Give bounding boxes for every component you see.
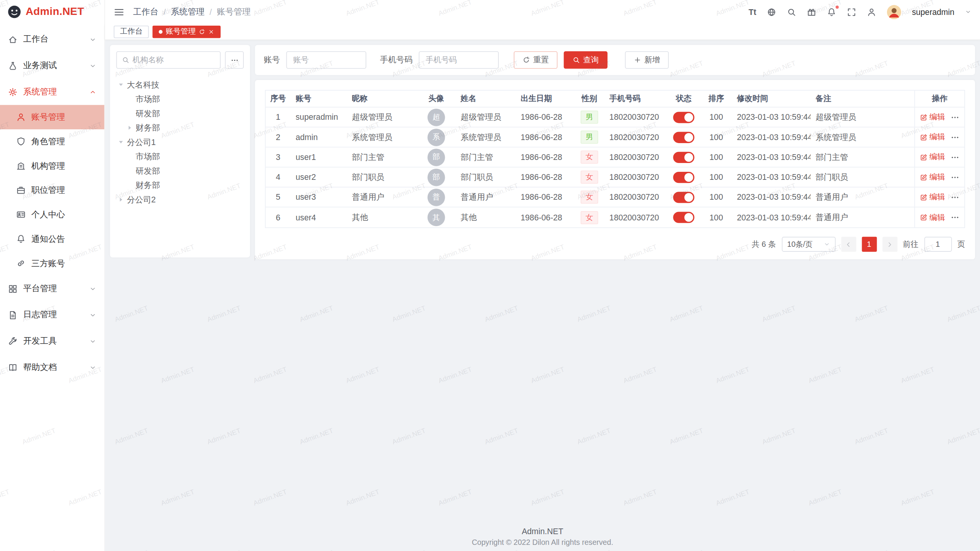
tree-node[interactable]: 分公司2 [116,192,244,207]
row-more-button[interactable] [951,133,959,142]
sidebar-subitem-org[interactable]: 机构管理 [0,154,105,178]
text-size-icon[interactable]: Tt [749,7,756,16]
edit-button[interactable]: 编辑 [920,152,945,163]
tree-node[interactable]: 研发部 [116,106,244,121]
sidebar-item-workbench[interactable]: 工作台 [0,26,105,53]
column-header-phone[interactable]: 手机号码 [604,91,667,107]
edit-button[interactable]: 编辑 [920,132,945,142]
user-icon[interactable] [867,7,876,16]
tree-node-label: 分公司1 [127,137,155,148]
org-search-input[interactable] [132,55,215,64]
column-header-gender[interactable]: 性别 [574,91,604,107]
current-page-button[interactable]: 1 [862,237,877,252]
phone-input[interactable] [419,51,499,69]
fullscreen-icon[interactable] [847,7,856,16]
sidebar-item-log[interactable]: 日志管理 [0,302,105,328]
tree-caret-icon[interactable] [116,139,126,145]
edit-icon [920,173,928,181]
cell-text: 100 [709,112,723,122]
column-header-account[interactable]: 账号 [291,91,347,107]
breadcrumb-item[interactable]: 工作台 [133,6,158,17]
user-menu-chevron-icon[interactable] [965,6,971,17]
edit-button[interactable]: 编辑 [920,112,945,122]
row-more-button[interactable] [951,213,959,222]
reset-button[interactable]: 重置 [514,51,557,69]
edit-button[interactable]: 编辑 [920,212,945,223]
org-more-button[interactable] [225,51,244,69]
tree-node[interactable]: 市场部 [116,92,244,106]
bell-icon[interactable] [827,7,836,16]
tree-node[interactable]: 财务部 [116,178,244,192]
dots-icon [230,56,238,64]
cell-text: 部门职员 [461,171,493,183]
status-toggle[interactable] [673,171,694,183]
tab-item[interactable]: 工作台 [114,25,149,38]
gender-tag: 女 [581,150,598,163]
tree-node[interactable]: 财务部 [116,121,244,135]
column-header-modified[interactable]: 修改时间 [732,91,811,107]
sidebar-subitem-notice[interactable]: 通知公告 [0,227,105,251]
tree-node[interactable]: 大名科技 [116,77,244,92]
column-header-sort[interactable]: 排序 [701,91,732,107]
status-toggle[interactable] [673,212,694,223]
user-avatar[interactable] [887,5,902,19]
row-more-button[interactable] [951,153,959,161]
tree-node[interactable]: 分公司1 [116,135,244,150]
tab-item-active[interactable]: 账号管理 [152,25,220,38]
sidebar-item-platform[interactable]: 平台管理 [0,276,105,302]
edit-button[interactable]: 编辑 [920,172,945,183]
tree-node[interactable]: 市场部 [116,149,244,164]
cell-text: 超级管理员 [352,111,392,122]
sidebar-subitem-account[interactable]: 账号管理 [0,105,105,129]
sidebar-item-business-test[interactable]: 业务测试 [0,52,105,79]
status-toggle[interactable] [673,132,694,143]
sidebar-subitem-position[interactable]: 职位管理 [0,178,105,202]
table-row: 4user2部门职员部部门职员1986-06-28女18020030720100… [266,168,964,187]
column-header-avatar[interactable]: 头像 [417,91,456,107]
status-toggle[interactable] [673,111,694,122]
sidebar-subitem-role[interactable]: 角色管理 [0,129,105,154]
username[interactable]: superadmin [912,7,954,16]
breadcrumb-item[interactable]: 系统管理 [171,6,204,17]
edit-button[interactable]: 编辑 [920,192,945,202]
status-toggle[interactable] [673,191,694,202]
breadcrumb-item[interactable]: 账号管理 [217,6,251,17]
status-toggle[interactable] [673,152,694,163]
cell-text: 18020030720 [609,152,659,161]
search-icon[interactable] [787,7,796,16]
sidebar-item-devtools[interactable]: 开发工具 [0,328,105,354]
page-unit-label: 页 [957,239,965,249]
row-more-button[interactable] [951,193,959,202]
column-header-birthday[interactable]: 出生日期 [516,91,574,107]
globe-icon[interactable] [767,7,776,16]
tab-refresh-button[interactable] [199,28,205,34]
sidebar-subitem-third-account[interactable]: 三方账号 [0,251,105,276]
edit-icon [920,193,928,201]
sidebar-subitem-profile[interactable]: 个人中心 [0,202,105,227]
row-more-button[interactable] [951,173,959,181]
column-header-name[interactable]: 姓名 [456,91,516,107]
account-input[interactable] [286,51,366,69]
row-more-button[interactable] [951,113,959,122]
sidebar-item-docs[interactable]: 帮助文档 [0,354,105,381]
tab-close-button[interactable] [208,28,214,34]
tree-caret-icon[interactable] [116,81,126,88]
prev-page-button[interactable] [841,237,856,252]
add-button[interactable]: 新增 [625,51,669,69]
tree-caret-icon[interactable] [125,124,134,131]
sidebar-item-system[interactable]: 系统管理 [0,79,105,105]
menu-collapse-button[interactable] [114,7,124,17]
chevron-down-icon [89,337,96,344]
page-size-select[interactable]: 10条/页 [782,237,835,252]
column-header-remark[interactable]: 备注 [811,91,915,107]
next-page-button[interactable] [882,237,897,252]
tree-caret-icon[interactable] [116,196,126,203]
column-header-ops[interactable]: 操作 [915,91,965,107]
column-header-index[interactable]: 序号 [266,91,291,107]
column-header-nickname[interactable]: 昵称 [347,91,417,107]
gift-icon[interactable] [807,7,816,16]
search-button[interactable]: 查询 [564,51,608,69]
column-header-status[interactable]: 状态 [667,91,701,107]
goto-page-input[interactable] [924,237,952,252]
tree-node[interactable]: 研发部 [116,164,244,178]
